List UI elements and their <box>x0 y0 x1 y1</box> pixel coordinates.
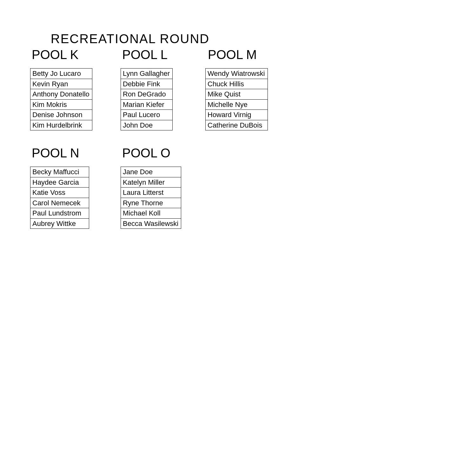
pool-m-header: POOL M <box>208 48 257 62</box>
member-cell: Mike Quist <box>206 89 268 100</box>
pool-n-header: POOL N <box>32 146 79 160</box>
table-row: Anthony Donatello <box>30 89 92 100</box>
pool-k-header: POOL K <box>32 48 78 62</box>
table-row: Becca Wasilewski <box>121 218 181 229</box>
table-row: Michael Koll <box>121 208 181 219</box>
table-row: Jane Doe <box>121 167 181 177</box>
table-row: Marian Kiefer <box>121 99 173 110</box>
member-cell: Haydee Garcia <box>30 177 89 188</box>
table-row: Howard Virnig <box>206 110 268 120</box>
pool-o-header: POOL O <box>122 146 170 160</box>
table-row: Carol Nemecek <box>30 198 89 208</box>
member-cell: Marian Kiefer <box>121 99 173 110</box>
table-row: Ron DeGrado <box>121 89 173 100</box>
table-row: Chuck Hillis <box>206 79 268 89</box>
pool-l-header: POOL L <box>122 48 168 62</box>
member-cell: Lynn Gallagher <box>121 69 173 79</box>
member-cell: Paul Lucero <box>121 110 173 120</box>
member-cell: Debbie Fink <box>121 79 173 89</box>
member-cell: Kim Mokris <box>30 99 92 110</box>
page-title: RECREATIONAL ROUND <box>0 32 260 46</box>
member-cell: Michelle Nye <box>206 99 268 110</box>
table-row: Laura Litterst <box>121 188 181 198</box>
pool-o-table: Jane Doe Katelyn Miller Laura Litterst R… <box>121 167 181 229</box>
member-cell: Ron DeGrado <box>121 89 173 100</box>
table-row: Betty Jo Lucaro <box>30 69 92 79</box>
table-row: Aubrey Wittke <box>30 218 89 229</box>
pool-k-table: Betty Jo Lucaro Kevin Ryan Anthony Donat… <box>30 68 92 130</box>
member-cell: Howard Virnig <box>206 110 268 120</box>
member-cell: Betty Jo Lucaro <box>30 69 92 79</box>
table-row: Katie Voss <box>30 188 89 198</box>
member-cell: Aubrey Wittke <box>30 218 89 229</box>
member-cell: Denise Johnson <box>30 110 92 120</box>
table-row: Catherine DuBois <box>206 120 268 130</box>
member-cell: Carol Nemecek <box>30 198 89 208</box>
table-row: John Doe <box>121 120 173 130</box>
member-cell: Jane Doe <box>121 167 181 177</box>
member-cell: Katelyn Miller <box>121 177 181 188</box>
member-cell: Becca Wasilewski <box>121 218 181 229</box>
table-row: Mike Quist <box>206 89 268 100</box>
page: RECREATIONAL ROUND POOL K POOL L POOL M … <box>0 0 476 476</box>
table-row: Debbie Fink <box>121 79 173 89</box>
pool-l-table: Lynn Gallagher Debbie Fink Ron DeGrado M… <box>121 68 173 130</box>
pool-m-table: Wendy Wiatrowski Chuck Hillis Mike Quist… <box>205 68 268 130</box>
table-row: Becky Maffucci <box>30 167 89 177</box>
member-cell: Paul Lundstrom <box>30 208 89 219</box>
table-row: Paul Lucero <box>121 110 173 120</box>
member-cell: Chuck Hillis <box>206 79 268 89</box>
table-row: Katelyn Miller <box>121 177 181 188</box>
member-cell: Wendy Wiatrowski <box>206 69 268 79</box>
table-row: Michelle Nye <box>206 99 268 110</box>
member-cell: Anthony Donatello <box>30 89 92 100</box>
member-cell: Kim Hurdelbrink <box>30 120 92 130</box>
table-row: Lynn Gallagher <box>121 69 173 79</box>
table-row: Kim Mokris <box>30 99 92 110</box>
table-row: Kim Hurdelbrink <box>30 120 92 130</box>
member-cell: Kevin Ryan <box>30 79 92 89</box>
member-cell: Katie Voss <box>30 188 89 198</box>
table-row: Ryne Thorne <box>121 198 181 208</box>
member-cell: Becky Maffucci <box>30 167 89 177</box>
member-cell: Laura Litterst <box>121 188 181 198</box>
member-cell: Catherine DuBois <box>206 120 268 130</box>
table-row: Kevin Ryan <box>30 79 92 89</box>
table-row: Denise Johnson <box>30 110 92 120</box>
table-row: Wendy Wiatrowski <box>206 69 268 79</box>
pool-n-table: Becky Maffucci Haydee Garcia Katie Voss … <box>30 167 89 229</box>
member-cell: John Doe <box>121 120 173 130</box>
table-row: Paul Lundstrom <box>30 208 89 219</box>
table-row: Haydee Garcia <box>30 177 89 188</box>
member-cell: Michael Koll <box>121 208 181 219</box>
member-cell: Ryne Thorne <box>121 198 181 208</box>
